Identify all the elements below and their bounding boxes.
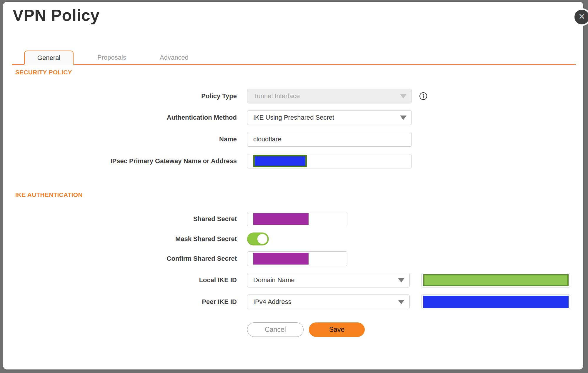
peer-ike-id-row: Peer IKE ID IPv4 Address xyxy=(3,295,583,309)
confirm-shared-secret-input[interactable] xyxy=(247,251,347,266)
tab-general[interactable]: General xyxy=(24,51,74,65)
local-ike-id-row: Local IKE ID Domain Name xyxy=(3,273,583,287)
ike-authentication-heading: IKE AUTHENTICATION xyxy=(15,191,83,198)
policy-type-value: Tunnel Interface xyxy=(253,92,300,100)
chevron-down-icon xyxy=(398,300,404,304)
redacted-local-ike-id-value xyxy=(423,274,569,286)
authentication-method-select[interactable]: IKE Using Preshared Secret xyxy=(247,110,412,125)
close-icon[interactable]: ✕ xyxy=(573,8,588,26)
authentication-method-value: IKE Using Preshared Secret xyxy=(253,114,334,121)
info-icon[interactable] xyxy=(419,92,427,100)
shared-secret-label: Shared Secret xyxy=(3,215,237,223)
confirm-shared-secret-label: Confirm Shared Secret xyxy=(3,255,237,262)
redacted-confirm-shared-secret-value xyxy=(253,253,309,265)
peer-ike-id-type: IPv4 Address xyxy=(253,298,291,306)
policy-type-row: Policy Type Tunnel Interface xyxy=(3,89,583,103)
name-value: cloudflare xyxy=(253,136,281,143)
chevron-down-icon xyxy=(400,116,407,120)
local-ike-id-type: Domain Name xyxy=(253,276,295,284)
policy-type-label: Policy Type xyxy=(3,92,237,100)
mask-shared-secret-row: Mask Shared Secret xyxy=(3,232,583,246)
chevron-down-icon xyxy=(400,94,407,98)
chevron-down-icon xyxy=(398,278,404,282)
authentication-method-label: Authentication Method xyxy=(3,114,237,121)
gateway-label: IPsec Primary Gateway Name or Address xyxy=(3,157,237,165)
page-title: VPN Policy xyxy=(13,6,99,25)
shared-secret-row: Shared Secret xyxy=(3,212,583,226)
local-ike-id-input[interactable] xyxy=(422,273,570,287)
gateway-row: IPsec Primary Gateway Name or Address xyxy=(3,154,583,168)
peer-ike-id-label: Peer IKE ID xyxy=(3,298,237,306)
policy-type-select[interactable]: Tunnel Interface xyxy=(247,89,412,103)
redacted-peer-ike-id-value xyxy=(423,296,569,308)
tab-proposals[interactable]: Proposals xyxy=(93,51,131,64)
name-row: Name cloudflare xyxy=(3,132,583,147)
peer-ike-id-select[interactable]: IPv4 Address xyxy=(247,295,410,309)
local-ike-id-label: Local IKE ID xyxy=(3,276,237,284)
local-ike-id-select[interactable]: Domain Name xyxy=(247,273,410,287)
shared-secret-input[interactable] xyxy=(247,212,347,226)
authentication-method-row: Authentication Method IKE Using Preshare… xyxy=(3,110,583,125)
dialog-actions: Cancel Save xyxy=(3,322,583,337)
name-input[interactable]: cloudflare xyxy=(247,132,412,147)
mask-shared-secret-toggle[interactable] xyxy=(247,233,269,245)
security-policy-heading: SECURITY POLICY xyxy=(15,69,72,76)
tab-advanced[interactable]: Advanced xyxy=(155,51,193,64)
cancel-button[interactable]: Cancel xyxy=(247,322,304,337)
save-button[interactable]: Save xyxy=(309,322,365,337)
peer-ike-id-input[interactable] xyxy=(422,295,570,309)
toggle-knob xyxy=(257,234,267,244)
redacted-shared-secret-value xyxy=(253,213,309,225)
tab-bar: General Proposals Advanced xyxy=(12,51,576,65)
vpn-policy-dialog: VPN Policy General Proposals Advanced SE… xyxy=(3,2,583,369)
mask-shared-secret-label: Mask Shared Secret xyxy=(3,235,237,243)
confirm-shared-secret-row: Confirm Shared Secret xyxy=(3,251,583,266)
redacted-gateway-value xyxy=(253,155,307,167)
gateway-input[interactable] xyxy=(247,154,412,168)
name-label: Name xyxy=(3,136,237,143)
